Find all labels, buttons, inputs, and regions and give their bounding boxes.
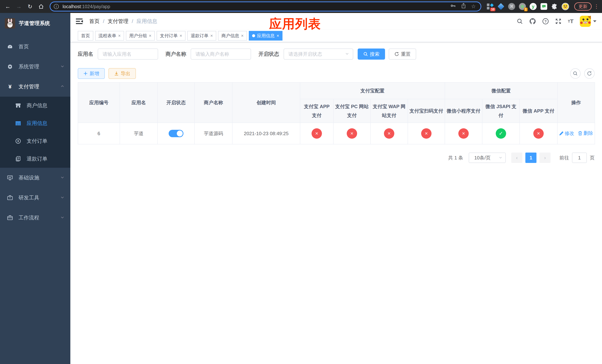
top-navbar: 首页 / 支付管理 / 应用信息 ? bbox=[70, 13, 602, 30]
tab-merchant-info[interactable]: 商户信息× bbox=[218, 31, 247, 41]
goto-page-input[interactable] bbox=[572, 152, 587, 163]
edit-link[interactable]: 修改 bbox=[559, 130, 574, 137]
field-label: 商户名称 bbox=[165, 51, 186, 58]
chevron-down-icon bbox=[345, 51, 349, 57]
home-icon[interactable] bbox=[36, 2, 46, 11]
field-label: 开启状态 bbox=[258, 51, 279, 58]
sidebar-item-pay-orders[interactable]: ¥ 支付订单 bbox=[0, 132, 70, 150]
app-name-input[interactable] bbox=[98, 49, 158, 60]
sidebar-item-payment[interactable]: ¥ 支付管理 bbox=[0, 77, 70, 97]
add-button[interactable]: 新增 bbox=[78, 68, 105, 79]
prev-page-button[interactable]: ‹ bbox=[511, 152, 522, 163]
coin-icon: ¥ bbox=[15, 138, 21, 144]
alipay-wap-status-icon: × bbox=[384, 128, 394, 139]
close-icon[interactable]: × bbox=[241, 33, 244, 38]
profile-avatar[interactable] bbox=[562, 3, 569, 10]
annotation-stamp: 应用列表 bbox=[269, 16, 321, 32]
menu-kebab-icon[interactable]: ⋮ bbox=[594, 4, 599, 9]
export-button[interactable]: 导出 bbox=[108, 68, 136, 79]
search-icon[interactable] bbox=[517, 18, 523, 24]
toggle-search-button[interactable] bbox=[570, 68, 580, 79]
tag-tabbar: 首页 流程表单× 用户分组× 支付订单× 退款订单× 商户信息× 应用信息× bbox=[70, 30, 602, 42]
sidebar-item-home[interactable]: 首页 bbox=[0, 37, 70, 57]
sidebar-item-system[interactable]: 系统管理 bbox=[0, 57, 70, 77]
share-icon[interactable] bbox=[461, 3, 466, 10]
refresh-table-button[interactable] bbox=[584, 68, 595, 79]
tab-process-form[interactable]: 流程表单× bbox=[95, 31, 124, 41]
table-row: 6 芋道 芋道源码 2021-10-23 08:49:25 × × × × × bbox=[78, 123, 595, 144]
font-size-icon[interactable]: TT bbox=[568, 19, 573, 24]
plus-icon bbox=[83, 71, 88, 76]
col-header: 应用编号 bbox=[78, 82, 120, 123]
alipay-qr-status-icon: × bbox=[421, 128, 431, 139]
trash-icon bbox=[578, 131, 582, 136]
sidebar-item-workflow[interactable]: 工作流程 bbox=[0, 208, 70, 228]
tab-home[interactable]: 首页 bbox=[78, 31, 93, 41]
alipay-app-status-icon: × bbox=[312, 128, 322, 139]
close-icon[interactable]: × bbox=[210, 33, 213, 38]
sidebar-item-dev-tools[interactable]: 研发工具 bbox=[0, 188, 70, 208]
sidebar: 芋道管理系统 首页 系统管理 bbox=[0, 13, 70, 364]
pencil-icon bbox=[559, 131, 563, 136]
close-icon[interactable]: × bbox=[180, 33, 182, 38]
tab-user-group[interactable]: 用户分组× bbox=[126, 31, 155, 41]
close-icon[interactable]: × bbox=[149, 33, 151, 38]
url-text: localhost:1024/pay/app bbox=[63, 4, 110, 9]
delete-link[interactable]: 删除 bbox=[578, 130, 593, 137]
chevron-down-icon bbox=[499, 155, 502, 161]
breadcrumb-home[interactable]: 首页 bbox=[89, 18, 100, 25]
reset-button[interactable]: 重置 bbox=[389, 49, 416, 60]
extension-command-icon[interactable]: ⌘ bbox=[508, 3, 515, 10]
tab-refund-orders[interactable]: 退款订单× bbox=[187, 31, 216, 41]
extension-yudao-icon[interactable]: y bbox=[529, 3, 537, 10]
merchant-name-input[interactable] bbox=[191, 49, 251, 60]
logo-avatar bbox=[5, 18, 15, 29]
group-header-alipay: 支付宝配置 bbox=[300, 82, 445, 99]
sidebar-item-app-info[interactable]: 应用信息 bbox=[0, 114, 70, 132]
sidebar-item-refund-orders[interactable]: 退款订单 bbox=[0, 150, 70, 168]
user-avatar bbox=[580, 16, 591, 27]
next-page-button[interactable]: › bbox=[539, 152, 550, 163]
key-icon[interactable] bbox=[450, 3, 456, 10]
extension-dot-icon[interactable]: 1 bbox=[519, 3, 526, 10]
total-count: 共 1 条 bbox=[448, 155, 463, 161]
help-icon[interactable]: ? bbox=[542, 18, 549, 25]
pagination: 共 1 条 10条/页 ‹ 1 › 前往 页 bbox=[78, 152, 595, 163]
page-size-select[interactable]: 10条/页 bbox=[469, 152, 506, 163]
extension-chat-icon[interactable] bbox=[540, 3, 548, 10]
forward-icon[interactable]: → bbox=[14, 2, 24, 11]
back-icon[interactable]: ← bbox=[3, 2, 13, 11]
cell-status bbox=[158, 123, 194, 144]
payment-submenu: 商户信息 应用信息 ¥ 支付订单 bbox=[0, 97, 70, 168]
bookmark-star-icon[interactable]: ☆ bbox=[471, 4, 476, 9]
sidebar-item-infrastructure[interactable]: 基础设施 bbox=[0, 168, 70, 188]
sidebar-item-merchant-info[interactable]: 商户信息 bbox=[0, 97, 70, 114]
close-icon[interactable]: × bbox=[277, 33, 279, 38]
reload-icon[interactable]: ↻ bbox=[25, 2, 35, 11]
page-unit-label: 页 bbox=[590, 155, 595, 161]
fullscreen-icon[interactable] bbox=[555, 18, 561, 24]
briefcase-icon bbox=[7, 215, 13, 221]
close-icon[interactable]: × bbox=[118, 33, 121, 38]
cell-created-at: 2021-10-23 08:49:25 bbox=[232, 123, 300, 144]
tab-pay-orders[interactable]: 支付订单× bbox=[157, 31, 185, 41]
page-1-button[interactable]: 1 bbox=[525, 152, 537, 163]
extension-gem-icon[interactable] bbox=[497, 3, 505, 10]
status-select[interactable]: 请选择开启状态 bbox=[284, 49, 353, 60]
group-header-wechat: 微信配置 bbox=[445, 82, 557, 99]
search-button[interactable]: 搜索 bbox=[358, 49, 385, 60]
svg-text:?: ? bbox=[545, 20, 547, 23]
github-icon[interactable] bbox=[529, 18, 536, 25]
sidebar-collapse-icon[interactable] bbox=[76, 18, 84, 25]
user-menu[interactable] bbox=[580, 16, 596, 27]
extension-blocks-icon[interactable]: 10 bbox=[486, 3, 494, 10]
breadcrumb-payment[interactable]: 支付管理 bbox=[108, 18, 129, 25]
status-toggle[interactable] bbox=[169, 130, 183, 137]
table-toolbar: 新增 导出 bbox=[78, 68, 595, 79]
sidebar-item-label: 支付管理 bbox=[19, 83, 39, 90]
sidebar-logo[interactable]: 芋道管理系统 bbox=[0, 13, 70, 34]
address-bar[interactable]: localhost:1024/pay/app ☆ bbox=[50, 1, 481, 11]
extensions-puzzle-icon[interactable] bbox=[551, 3, 558, 10]
browser-update-button[interactable]: 更新 bbox=[574, 2, 592, 11]
site-info-icon[interactable] bbox=[53, 3, 60, 10]
